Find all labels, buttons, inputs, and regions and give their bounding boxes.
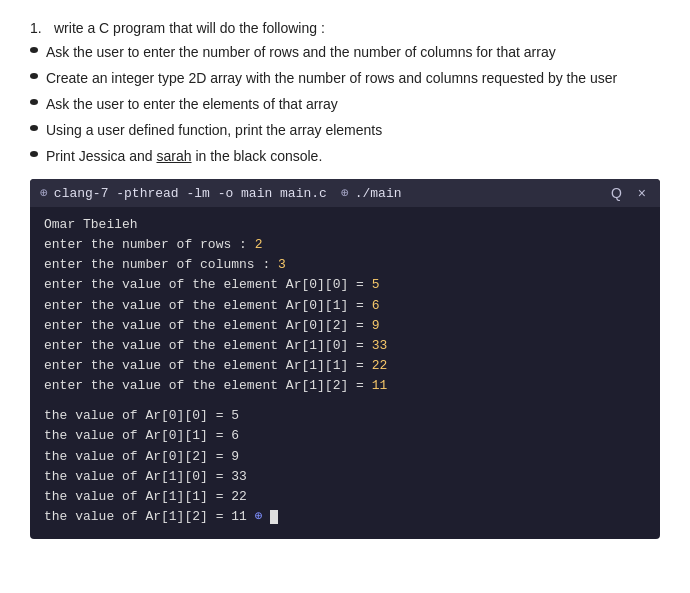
- text-before-underline: Print Jessica and: [46, 148, 157, 164]
- terminal-topbar-left: ⊕ clang-7 -pthread -lm -o main main.c ⊕ …: [40, 185, 402, 201]
- terminal-spacer: [44, 396, 646, 406]
- terminal-line-el-01: enter the value of the element Ar[0][1] …: [44, 296, 646, 316]
- terminal-line-el-00: enter the value of the element Ar[0][0] …: [44, 275, 646, 295]
- bullet-icon: [30, 125, 38, 131]
- terminal-topbar: ⊕ clang-7 -pthread -lm -o main main.c ⊕ …: [30, 179, 660, 207]
- terminal-out-02: the value of Ar[0][2] = 9: [44, 447, 646, 467]
- text-after-underline: in the black console.: [192, 148, 323, 164]
- list-item: Create an integer type 2D array with the…: [30, 68, 660, 89]
- terminal-prompt-symbol-1: ⊕: [40, 185, 48, 201]
- instructions-section: 1. write a C program that will do the fo…: [30, 20, 660, 167]
- list-item-text: Ask the user to enter the number of rows…: [46, 42, 556, 63]
- terminal-line-name: Omar Tbeileh: [44, 215, 646, 235]
- list-item-text: Ask the user to enter the elements of th…: [46, 94, 338, 115]
- list-item: Ask the user to enter the number of rows…: [30, 42, 660, 63]
- item-number: 1.: [30, 20, 48, 36]
- terminal-topbar-right[interactable]: Q ×: [607, 183, 650, 203]
- terminal-search-button[interactable]: Q: [607, 183, 626, 203]
- terminal-out-00: the value of Ar[0][0] = 5: [44, 406, 646, 426]
- list-item: Using a user defined function, print the…: [30, 120, 660, 141]
- terminal-line-el-02: enter the value of the element Ar[0][2] …: [44, 316, 646, 336]
- bullet-icon: [30, 99, 38, 105]
- terminal-run-command: ./main: [355, 186, 402, 201]
- terminal-prompt-symbol-2: ⊕: [341, 185, 349, 201]
- terminal-cursor: [270, 510, 278, 524]
- bullet-icon: [30, 47, 38, 53]
- terminal-close-button[interactable]: ×: [634, 183, 650, 203]
- list-item-text: Create an integer type 2D array with the…: [46, 68, 617, 89]
- terminal-line-rows: enter the number of rows : 2: [44, 235, 646, 255]
- list-item-last: Print Jessica and sarah in the black con…: [30, 146, 660, 167]
- terminal-line-el-10: enter the value of the element Ar[1][0] …: [44, 336, 646, 356]
- list-item-text: Using a user defined function, print the…: [46, 120, 382, 141]
- bullet-list: Ask the user to enter the number of rows…: [30, 42, 660, 167]
- terminal-out-01: the value of Ar[0][1] = 6: [44, 426, 646, 446]
- bullet-icon: [30, 73, 38, 79]
- terminal: ⊕ clang-7 -pthread -lm -o main main.c ⊕ …: [30, 179, 660, 539]
- terminal-out-12: the value of Ar[1][2] = 11 ⊕: [44, 507, 646, 527]
- terminal-out-11: the value of Ar[1][1] = 22: [44, 487, 646, 507]
- item-text: write a C program that will do the follo…: [54, 20, 325, 36]
- terminal-body: Omar Tbeileh enter the number of rows : …: [30, 207, 660, 539]
- numbered-item-1: 1. write a C program that will do the fo…: [30, 20, 660, 36]
- list-item-text-last: Print Jessica and sarah in the black con…: [46, 146, 322, 167]
- text-underline: sarah: [157, 148, 192, 164]
- terminal-compile-command: clang-7 -pthread -lm -o main main.c: [54, 186, 327, 201]
- terminal-line-el-12: enter the value of the element Ar[1][2] …: [44, 376, 646, 396]
- list-item: Ask the user to enter the elements of th…: [30, 94, 660, 115]
- terminal-out-10: the value of Ar[1][0] = 33: [44, 467, 646, 487]
- bullet-icon: [30, 151, 38, 157]
- terminal-line-el-11: enter the value of the element Ar[1][1] …: [44, 356, 646, 376]
- terminal-line-cols: enter the number of columns : 3: [44, 255, 646, 275]
